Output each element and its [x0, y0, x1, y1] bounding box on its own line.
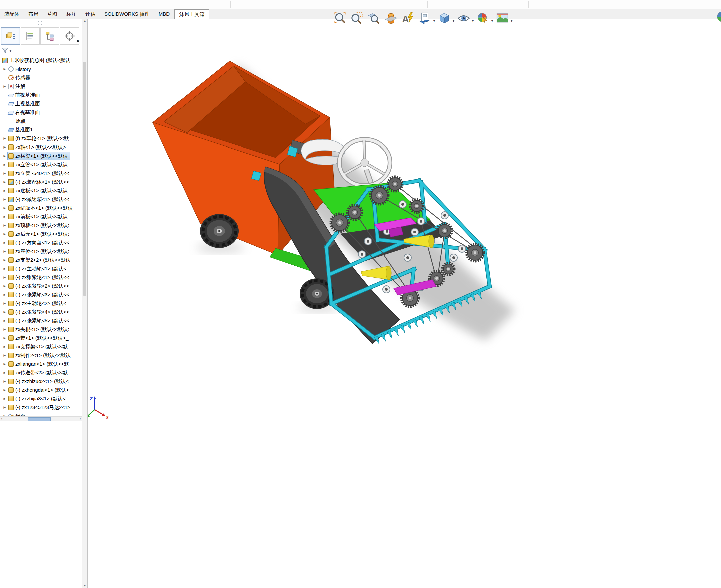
- hide-show-dropdown-icon[interactable]: ▾: [472, 19, 474, 23]
- display-style-dropdown-icon[interactable]: ▾: [453, 19, 454, 23]
- ribbon-tab-2[interactable]: 草图: [43, 9, 62, 18]
- vertical-scroll-thumb[interactable]: [83, 62, 86, 296]
- tree-item-body[interactable]: 原点: [7, 117, 28, 125]
- tree-item-body[interactable]: (-) zx主动轮<2> (默认<: [7, 299, 68, 307]
- ribbon-tab-3[interactable]: 标注: [62, 9, 81, 18]
- tree-item-body[interactable]: (-) zxzhijia3<1> (默认<: [7, 395, 67, 403]
- tree-item-body[interactable]: zx轴<1> (默认<<默认>_: [7, 143, 71, 151]
- expand-arrow-icon[interactable]: ▶: [2, 67, 7, 71]
- tree-item-body[interactable]: zx顶板<1> (默认<<默认:: [7, 221, 71, 229]
- expand-arrow-icon[interactable]: ▶: [2, 267, 7, 270]
- tree-item-body[interactable]: 传感器: [7, 74, 33, 82]
- tree-item-body[interactable]: zx前板<1> (默认<<默认:: [7, 213, 71, 220]
- tree-item[interactable]: ▶原点: [0, 117, 82, 125]
- tree-item-body[interactable]: zx座位<1> (默认<<默认:: [7, 247, 71, 255]
- tree-item[interactable]: ▶(-) zx张紧轮<3> (默认<<: [0, 290, 82, 299]
- ribbon-tab-0[interactable]: 装配体: [0, 9, 24, 18]
- tree-horizontal-scrollbar[interactable]: ◂ ▸: [0, 417, 82, 421]
- panel-collapse-handle[interactable]: [38, 21, 42, 25]
- ribbon-tab-7[interactable]: 沐风工具箱: [174, 9, 209, 19]
- horizontal-scroll-thumb[interactable]: [28, 418, 51, 421]
- expand-arrow-icon[interactable]: ▶: [2, 345, 7, 349]
- expand-arrow-icon[interactable]: ▶: [2, 336, 7, 340]
- tree-item[interactable]: ▶(-) zx主动轮<2> (默认<: [0, 299, 82, 308]
- tree-item[interactable]: ▶(-) zxzhizuo2<1> (默认<: [0, 377, 82, 386]
- tree-item-body[interactable]: (-) zx张紧轮<1> (默认<<: [7, 273, 71, 281]
- expand-arrow-icon[interactable]: ▶: [2, 171, 7, 175]
- tree-item-body[interactable]: zx立管<1> (默认<<默认:: [7, 161, 71, 169]
- expand-arrow-icon[interactable]: ▶: [2, 189, 7, 192]
- expand-arrow-icon[interactable]: ▶: [2, 197, 7, 201]
- zoom-fit-icon[interactable]: [332, 10, 348, 27]
- ribbon-tab-4[interactable]: 评估: [81, 9, 100, 18]
- tree-item[interactable]: ▶zx后壳<1> (默认<<默认:: [0, 230, 82, 238]
- expand-arrow-icon[interactable]: ▶: [2, 388, 7, 392]
- tree-item[interactable]: ▶zx制作2<1> (默认<<默认: [0, 351, 82, 360]
- tree-item[interactable]: ▶zx顶板<1> (默认<<默认:: [0, 221, 82, 230]
- tree-item-body[interactable]: zx制作2<1> (默认<<默认: [7, 351, 73, 359]
- tree-item-body[interactable]: zx支撑架<1> (默认<<默: [7, 343, 70, 351]
- expand-arrow-icon[interactable]: ▶: [2, 284, 7, 288]
- tree-item[interactable]: ▶(-) zx张紧轮<5> (默认<<: [0, 316, 82, 325]
- expand-arrow-icon[interactable]: ▶: [2, 206, 7, 210]
- expand-arrow-icon[interactable]: ▶: [2, 241, 7, 244]
- apply-scene-icon[interactable]: [494, 10, 510, 27]
- tree-item-body[interactable]: (-) zx张紧轮<4> (默认<<: [7, 308, 71, 316]
- expand-arrow-icon[interactable]: ▶: [2, 258, 7, 261]
- tree-item-selected[interactable]: zx横梁<1> (默认<<默认: [7, 152, 70, 160]
- tree-item-body[interactable]: zx支架2<2> (默认<<默认: [7, 256, 73, 264]
- tree-item-body[interactable]: (f) zx车轮<1> (默认<<默: [7, 134, 71, 143]
- tree-item[interactable]: ▶zx座位<1> (默认<<默认:: [0, 247, 82, 256]
- tree-item[interactable]: ▶(-) zx张紧轮<2> (默认<<: [0, 282, 82, 290]
- edit-appearance-icon[interactable]: [475, 10, 491, 27]
- scroll-left-icon[interactable]: ◂: [1, 417, 2, 420]
- configuration-manager-tab[interactable]: [40, 27, 59, 45]
- tree-item[interactable]: ▶(-) zx张紧轮<1> (默认<<: [0, 273, 82, 282]
- expand-arrow-icon[interactable]: ▶: [2, 250, 7, 253]
- tree-item[interactable]: ▶(-) zxhengdai<1> (默认<: [0, 386, 82, 395]
- left-wheel[interactable]: [200, 214, 238, 248]
- expand-arrow-icon[interactable]: ▶: [2, 276, 7, 279]
- feature-manager-tab[interactable]: [1, 27, 20, 45]
- expand-arrow-icon[interactable]: ▶: [2, 215, 7, 218]
- tree-item[interactable]: ▶zx缸版本<1> (默认<<默认: [0, 204, 82, 212]
- expand-arrow-icon[interactable]: ▶: [2, 232, 7, 236]
- tree-item[interactable]: ▶zx横梁<1> (默认<<默认: [0, 151, 82, 160]
- tree-item-body[interactable]: (-) zx张紧轮<2> (默认<<: [7, 282, 71, 290]
- tree-item-body[interactable]: zx缸版本<1> (默认<<默认: [7, 204, 75, 212]
- tree-item-body[interactable]: (-) zxhengdai<1> (默认<: [7, 386, 71, 394]
- tree-item[interactable]: ▶配合: [0, 412, 82, 417]
- tree-item[interactable]: ▶(-) zx张紧轮<4> (默认<<: [0, 308, 82, 316]
- tree-item[interactable]: ▶传感器: [0, 74, 82, 82]
- expand-arrow-icon[interactable]: ▶: [2, 319, 7, 322]
- tree-item[interactable]: ▶前视基准面: [0, 91, 82, 100]
- tree-item-body[interactable]: 前视基准面: [7, 91, 42, 99]
- ribbon-tab-6[interactable]: MBD: [154, 9, 174, 18]
- tree-item[interactable]: ▶(-) zx装配体<1> (默认<<: [0, 177, 82, 186]
- tree-item[interactable]: ▶History: [0, 65, 82, 74]
- zoom-area-icon[interactable]: [349, 10, 365, 27]
- scroll-right-icon[interactable]: ▸: [80, 417, 81, 420]
- tree-item-body[interactable]: zx传送带<2> (默认<<默: [7, 369, 70, 377]
- expand-arrow-icon[interactable]: ▶: [2, 163, 7, 166]
- tree-item-body[interactable]: (-) zx减速箱<1> (默认<<: [7, 195, 71, 203]
- tree-item-body[interactable]: History: [7, 65, 33, 73]
- apply-scene-dropdown-icon[interactable]: ▾: [511, 19, 512, 23]
- tree-item[interactable]: ▶zx夹棍<1> (默认<<默认:: [0, 325, 82, 334]
- tree-item-body[interactable]: 配合: [7, 412, 27, 417]
- tree-item[interactable]: ▶zx立管<1> (默认<<默认:: [0, 160, 82, 169]
- expand-arrow-icon[interactable]: ▶: [2, 397, 7, 400]
- section-view-icon[interactable]: [383, 10, 399, 27]
- tree-item[interactable]: ▶(-) zxzhijia3<1> (默认<: [0, 395, 82, 403]
- tree-item[interactable]: ▶右视基准面: [0, 108, 82, 117]
- tree-item-body[interactable]: 注解: [7, 82, 27, 90]
- ribbon-tab-5[interactable]: SOLIDWORKS 插件: [100, 9, 154, 18]
- ribbon-tab-1[interactable]: 布局: [24, 9, 43, 18]
- drawing-view-dropdown-icon[interactable]: ▾: [433, 19, 435, 23]
- task-pane-tab[interactable]: [713, 10, 721, 27]
- tree-item[interactable]: ▶zx前板<1> (默认<<默认:: [0, 212, 82, 221]
- expand-arrow-icon[interactable]: ▶: [2, 146, 7, 149]
- tree-item[interactable]: ▶zx带<1> (默认<<默认>_: [0, 334, 82, 342]
- tree-item[interactable]: ▶(-) zx主动轮<1> (默认<: [0, 264, 82, 273]
- expand-arrow-icon[interactable]: ▶: [2, 85, 7, 88]
